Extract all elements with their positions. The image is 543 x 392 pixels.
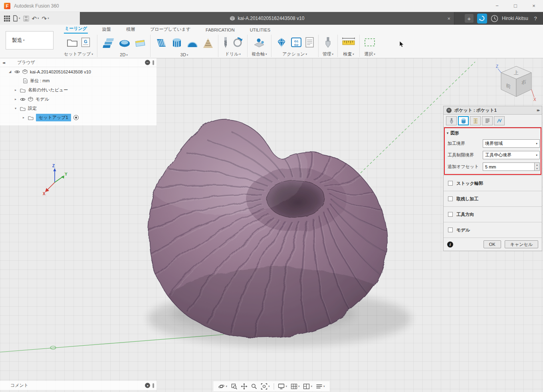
spin-down-icon[interactable]: ▼ <box>535 167 539 171</box>
machining-boundary-select[interactable]: 境界領域 ▾ <box>483 139 540 148</box>
group-label-inspect[interactable]: 検査 <box>343 51 354 58</box>
browser-row-units[interactable]: 単位 : mm <box>0 76 157 85</box>
units-label[interactable]: 単位 : mm <box>30 78 50 84</box>
ok-button[interactable]: OK <box>484 240 501 248</box>
dialog-header[interactable]: − ポケット : ポケット1 ▸▸ <box>443 106 542 115</box>
maximize-button[interactable]: □ <box>506 0 525 12</box>
browser-root-label[interactable]: kai-A.20140205162443508 v10 <box>30 69 91 74</box>
tool-library-icon[interactable] <box>324 36 332 48</box>
look-at-button[interactable] <box>230 382 238 390</box>
display-settings-button[interactable] <box>277 383 288 390</box>
settings-label[interactable]: 設定 <box>28 105 37 111</box>
dialog-tab-linking[interactable] <box>494 116 505 125</box>
rest-machining-checkbox[interactable] <box>448 196 453 201</box>
browser-row-root[interactable]: ◢ kai-A.20140205162443508 v10 <box>0 67 157 76</box>
save-icon[interactable] <box>23 16 29 22</box>
expand-arrow-icon[interactable]: ▸ <box>14 97 18 101</box>
group-label-2d[interactable]: 2D <box>120 52 128 58</box>
grid-settings-button[interactable] <box>289 383 301 390</box>
expand-arrow-icon[interactable]: ▸ <box>22 116 26 119</box>
spinner-buttons[interactable]: ▲ ▼ <box>534 163 539 170</box>
post-process-icon[interactable]: G1G2 <box>291 37 302 48</box>
info-icon[interactable]: i <box>447 242 453 247</box>
browser-row-setup1[interactable]: ▸ セットアップ1 <box>0 113 157 122</box>
pan-button[interactable] <box>240 382 248 390</box>
generate-gcode-icon[interactable]: G <box>81 37 90 48</box>
group-label-setup[interactable]: セットアップ <box>64 51 93 58</box>
tab-fabrication[interactable]: FABRICATION <box>205 27 236 34</box>
setup1-label[interactable]: セットアップ1 <box>36 114 71 121</box>
simulate-icon[interactable] <box>275 36 287 48</box>
notification-clock-icon[interactable] <box>491 15 498 22</box>
visibility-eye-icon[interactable] <box>20 97 26 101</box>
orbit-button[interactable] <box>217 382 228 390</box>
browser-row-settings[interactable]: ▾ 設定 <box>0 104 157 113</box>
expand-arrow-icon[interactable]: ▸ <box>14 88 18 92</box>
collapse-browser-icon[interactable]: ◂◂ <box>2 61 4 65</box>
select-window-icon[interactable] <box>364 37 376 48</box>
dialog-tab-passes[interactable] <box>482 116 493 125</box>
visibility-eye-icon[interactable] <box>14 70 20 74</box>
drill-icon[interactable] <box>222 36 229 49</box>
rest-machining-section[interactable]: 取残し加工 <box>444 191 542 206</box>
thread-icon[interactable] <box>232 37 243 48</box>
fit-button[interactable] <box>260 382 271 390</box>
view-cube[interactable]: 上 前 右 Z X <box>494 63 538 103</box>
dialog-tab-heights[interactable] <box>470 116 481 125</box>
tool-containment-select[interactable]: 工具中心境界 ▾ <box>483 151 540 159</box>
new-setup-icon[interactable] <box>67 37 78 48</box>
dialog-collapse-icon[interactable]: − <box>446 108 452 113</box>
viewport-canvas[interactable]: Z Y X 上 前 右 Z X ◂◂ ブラウザ − ◢ kai-A.201402… <box>0 58 543 392</box>
group-label-select[interactable]: 選択 <box>364 51 375 58</box>
2d-adaptive-icon[interactable] <box>101 37 115 49</box>
named-views-label[interactable]: 名前の付いたビュー <box>28 87 68 93</box>
browser-row-named-views[interactable]: ▸ 名前の付いたビュー <box>0 85 157 95</box>
additional-offset-input[interactable]: 5 mm ▲ ▼ <box>483 162 540 171</box>
spiral-ramp-icon[interactable] <box>202 37 214 49</box>
document-tab[interactable]: kai-A.20140205162443508 v10 × <box>80 12 454 25</box>
collapse-arrow-icon[interactable]: ▾ <box>14 107 18 110</box>
3d-adaptive-icon[interactable] <box>155 37 168 49</box>
tab-utilities[interactable]: UTILITIES <box>249 27 271 34</box>
document-close-icon[interactable]: × <box>447 12 450 25</box>
visual-style-button[interactable] <box>315 383 326 390</box>
model-section[interactable]: モデル <box>444 222 542 238</box>
dialog-expand-icon[interactable]: ▸▸ <box>537 108 539 112</box>
comment-resize-handle[interactable] <box>153 383 154 388</box>
multiaxis-icon[interactable] <box>253 36 265 48</box>
workspace-selector[interactable]: 製造 <box>6 31 54 49</box>
model-label[interactable]: モデル <box>36 96 49 102</box>
redo-button[interactable]: ↷ <box>42 16 49 22</box>
3d-pocket-icon[interactable] <box>171 37 183 49</box>
spin-up-icon[interactable]: ▲ <box>535 163 539 167</box>
group-label-actions[interactable]: アクション <box>282 51 307 58</box>
stock-contours-section[interactable]: ストック輪郭 <box>444 175 542 191</box>
undo-button[interactable]: ↶ <box>32 16 39 22</box>
group-label-drill[interactable]: ドリル <box>225 51 240 58</box>
job-status-button[interactable] <box>477 14 487 24</box>
help-button[interactable]: ? <box>532 16 539 22</box>
browser-resize-handle[interactable] <box>153 60 154 65</box>
measure-icon[interactable] <box>342 37 355 48</box>
group-label-multiaxis[interactable]: 複合軸 <box>252 51 267 58</box>
user-name[interactable]: Hiroki Akitsu <box>502 16 528 21</box>
minimize-button[interactable]: − <box>488 0 506 12</box>
tab-additive[interactable]: 積層 <box>125 26 136 34</box>
active-setup-radio-icon[interactable] <box>73 115 79 120</box>
close-button[interactable]: × <box>525 0 543 12</box>
scallop-icon[interactable] <box>186 37 199 49</box>
face-icon[interactable] <box>134 37 146 49</box>
comment-bar[interactable]: コメント ● <box>0 381 157 390</box>
cancel-button[interactable]: キャンセル <box>505 240 538 248</box>
comment-minimize-icon[interactable]: ● <box>145 383 150 388</box>
dialog-tab-geometry[interactable] <box>458 116 469 125</box>
zoom-button[interactable] <box>250 382 258 390</box>
tool-orientation-checkbox[interactable] <box>448 212 453 217</box>
stock-contours-checkbox[interactable] <box>448 181 453 186</box>
model-checkbox[interactable] <box>448 228 453 232</box>
viewports-button[interactable] <box>302 383 314 390</box>
tab-milling[interactable]: ミーリング <box>64 25 88 34</box>
new-document-tab-button[interactable]: + <box>465 14 474 23</box>
group-label-3d[interactable]: 3D <box>180 52 188 58</box>
group-label-manage[interactable]: 管理 <box>323 51 334 58</box>
